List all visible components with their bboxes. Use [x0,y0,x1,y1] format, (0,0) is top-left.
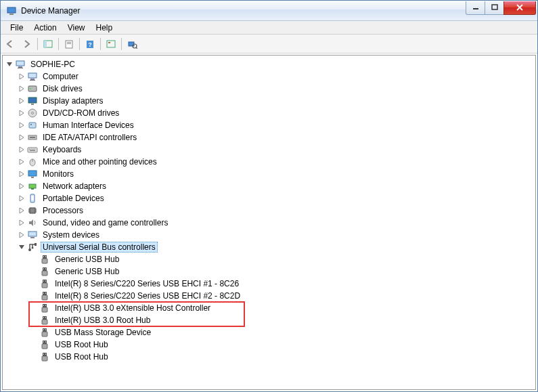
tree-category[interactable]: Disk drives [3,83,535,95]
expand-icon[interactable] [18,133,26,141]
show-hide-tree-button[interactable] [41,37,55,51]
expand-icon[interactable] [18,121,26,129]
tree-item-label: Mice and other pointing devices [41,156,159,167]
tree-category[interactable]: Network adapters [3,180,535,192]
tree-item-label: Network adapters [41,181,108,192]
expand-icon[interactable] [18,146,26,154]
svg-rect-37 [35,149,35,150]
menu-view[interactable]: View [62,22,91,34]
action-properties-button[interactable] [104,37,118,51]
help-button[interactable]: ? [83,37,97,51]
tree-device[interactable]: Intel(R) USB 3.0 eXtensible Host Control… [3,302,535,314]
expand-icon[interactable] [18,206,26,215]
tree-category[interactable]: IDE ATA/ATAPI controllers [3,131,535,144]
tree-device[interactable]: USB Root Hub [3,339,535,351]
svg-rect-78 [45,305,46,306]
tree-category[interactable]: DVD/CD-ROM drives [3,107,535,119]
menu-action[interactable]: Action [28,22,62,34]
svg-rect-17 [18,66,22,68]
collapse-icon[interactable] [5,60,14,68]
svg-rect-77 [43,305,44,306]
svg-rect-89 [43,341,44,343]
toolbar-separator [37,38,38,50]
svg-rect-8 [67,43,71,44]
expand-icon[interactable] [18,72,26,81]
properties-button[interactable] [62,37,76,51]
svg-rect-21 [30,80,35,81]
tree-category[interactable]: Portable Devices [3,192,535,204]
svg-line-15 [136,47,137,49]
menu-file[interactable]: File [5,22,28,34]
scan-hardware-button[interactable] [125,37,139,51]
forward-button[interactable] [20,37,35,51]
usb-device-icon [39,278,50,289]
tree-category[interactable]: System devices [3,229,535,241]
back-button[interactable] [3,37,18,51]
svg-rect-61 [43,256,44,257]
tree-category[interactable]: Universal Serial Bus controllers [3,241,535,253]
tree-category[interactable]: Display adapters [3,95,535,107]
tree-category[interactable]: Computer [3,70,535,83]
svg-rect-73 [43,292,44,294]
app-icon [6,5,17,16]
svg-rect-31 [30,137,35,138]
svg-rect-34 [30,149,31,150]
tree-device[interactable]: Intel(R) 8 Series/C220 Series USB EHCI #… [3,278,535,290]
tree-category[interactable]: Keyboards [3,144,535,156]
computer-icon [27,71,38,82]
expand-icon[interactable] [18,97,26,105]
processor-icon [27,205,38,216]
svg-rect-87 [43,341,47,344]
svg-rect-65 [43,268,44,269]
toolbar-separator [121,38,122,50]
tree-device[interactable]: Intel(R) 8 Series/C220 Series USB EHCI #… [3,290,535,302]
toolbar-separator [58,38,59,50]
svg-rect-18 [18,68,23,68]
expand-icon[interactable] [18,231,26,239]
expand-icon[interactable] [18,85,26,93]
device-tree[interactable]: SOPHIE-PCComputerDisk drivesDisplay adap… [2,55,536,390]
svg-rect-3 [492,5,497,9]
expand-icon[interactable] [18,158,26,166]
close-button[interactable] [503,1,536,15]
svg-rect-41 [28,171,37,176]
svg-rect-67 [43,280,47,283]
tree-device[interactable]: Generic USB Hub [3,253,535,265]
tree-item-label: Display adapters [41,95,105,106]
tree-item-label: Intel(R) USB 3.0 Root Hub [53,315,152,326]
svg-rect-38 [30,150,35,151]
svg-rect-59 [43,255,47,259]
svg-point-23 [30,88,31,89]
system-icon [27,230,38,240]
tree-device[interactable]: USB Mass Storage Device [3,326,535,339]
expand-icon[interactable] [18,109,26,117]
sound-icon [27,217,38,228]
tree-category[interactable]: Processors [3,204,535,217]
svg-rect-60 [42,259,47,263]
svg-rect-93 [43,353,44,355]
title-bar[interactable]: Device Manager [1,1,537,21]
maximize-button[interactable] [485,1,504,15]
tree-category[interactable]: Sound, video and game controllers [3,217,535,229]
tree-category[interactable]: Monitors [3,168,535,180]
expand-icon[interactable] [18,219,26,227]
expand-icon[interactable] [18,170,26,178]
expand-icon[interactable] [18,194,26,202]
tree-device[interactable]: Generic USB Hub [3,265,535,278]
svg-rect-57 [35,243,37,246]
tree-item-label: Computer [41,71,81,82]
tree-category[interactable]: Human Interface Devices [3,119,535,131]
tree-item-label: Human Interface Devices [41,120,136,131]
usb-device-icon [39,254,50,265]
expand-icon[interactable] [18,182,26,190]
tree-device[interactable]: Intel(R) USB 3.0 Root Hub [3,314,535,326]
tree-category[interactable]: Mice and other pointing devices [3,156,535,168]
dvd-icon [27,108,38,118]
tree-item-label: DVD/CD-ROM drives [41,108,121,118]
minimize-button[interactable] [466,1,485,15]
svg-rect-74 [45,292,46,294]
tree-root[interactable]: SOPHIE-PC [3,58,535,70]
tree-device[interactable]: USB Root Hub [3,351,535,363]
collapse-icon[interactable] [18,243,26,251]
menu-help[interactable]: Help [91,22,118,34]
